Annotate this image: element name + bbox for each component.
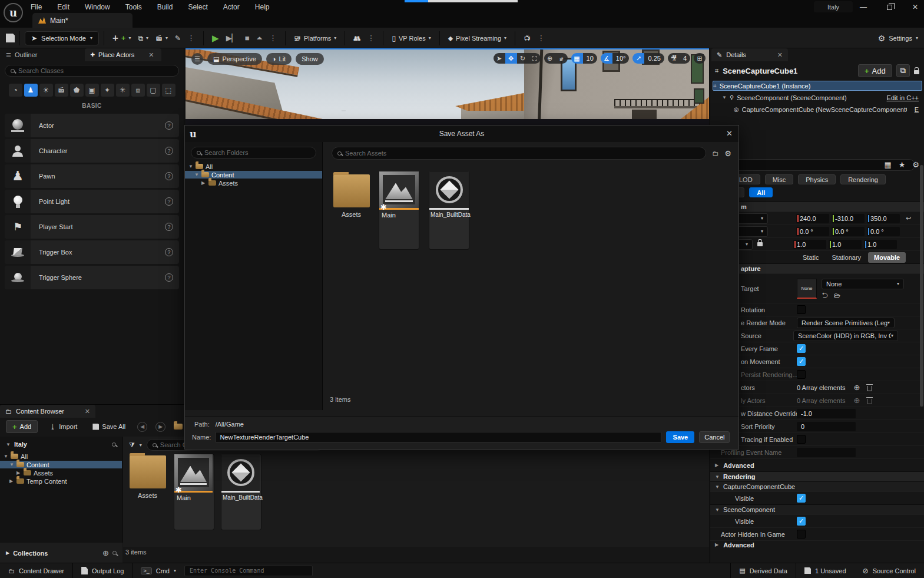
visible-checkbox[interactable]: ✓ [797,494,806,503]
section-transform[interactable]: m [710,202,924,212]
help-icon[interactable]: ? [165,223,173,231]
capture-rotation-checkbox[interactable]: ✓ [797,305,806,314]
content-drawer-button[interactable]: 🗀Content Drawer [0,563,72,578]
list-item-trigger-box[interactable]: Trigger Box ? [5,240,179,264]
list-item-player-start[interactable]: ⚑ Player Start ? [5,215,179,239]
lock-icon[interactable] [914,70,919,74]
tree-item-assets[interactable]: ▶Assets [185,179,322,187]
close-icon[interactable]: ✕ [777,51,783,59]
play-button[interactable]: ▶ [208,31,223,46]
menu-build[interactable]: Build [157,3,173,11]
platforms-dropdown[interactable]: 🖳Platforms▾ [290,31,340,46]
recently-placed-icon[interactable]: ◔ [9,84,22,97]
cinematics-button[interactable]: 🎬︎▾ [152,31,171,46]
tree-item-content[interactable]: ▼Content [0,461,122,468]
unsaved-button[interactable]: 1 Unsaved [796,563,855,578]
help-icon[interactable]: ? [165,172,173,180]
filter-icon[interactable]: ⧩ [129,441,135,449]
capture-source-dropdown[interactable]: SceneColor (HDR) in RGB, Inv Opacity▾ [793,331,898,341]
component-row-scene-component[interactable]: ▼ ⚲ SceneComponent (SceneComponent) Edit… [713,93,922,103]
geometry-category-icon[interactable]: ▢ [147,84,160,97]
source-title[interactable]: Italy [14,441,27,448]
target-thumbnail[interactable]: None [797,279,817,299]
component-row-capture-component[interactable]: ◎ CaptureComponentCube (NewSceneCaptureC… [713,104,922,114]
add-array-element-icon[interactable]: ⊕ [854,396,860,405]
tab-content-browser[interactable]: 🗀 Content Browser ✕ [0,405,95,418]
row-advanced-cut[interactable]: ▶ Advanced [710,540,924,549]
on-movement-checkbox[interactable]: ✓ [797,357,806,366]
row-advanced-collapsed[interactable]: ▶ Advanced [710,458,924,471]
add-collection-icon[interactable]: ⊕ [102,549,109,557]
viewport-options-icon[interactable]: ☰ [191,53,203,65]
edit-in-cpp-link[interactable]: Edit in C++ [887,94,919,101]
camera-speed-icon[interactable]: 🎥︎ [668,53,680,64]
favorites-star-icon[interactable]: ★ [899,160,906,169]
section-capture[interactable]: apture [710,263,924,273]
tab-physics[interactable]: Physics [798,174,836,184]
persist-rendering-checkbox[interactable]: ✓ [797,370,806,379]
component-row-root[interactable]: ⌗ SceneCaptureCube1 (Instance) [713,81,922,91]
all-classes-category-icon[interactable]: ⬚ [162,84,175,97]
details-scrollbar[interactable] [920,165,923,407]
tab-misc[interactable]: Misc [765,174,794,184]
add-button[interactable]: +Add [6,420,38,433]
tab-details[interactable]: ✎ Details ✕ [711,48,788,61]
perspective-dropdown[interactable]: ⬓Perspective [207,53,262,65]
help-icon[interactable]: ? [165,147,173,155]
save-button[interactable]: Save [666,431,694,443]
menu-edit[interactable]: Edit [57,3,69,11]
select-tool-icon[interactable]: ➤ [494,53,505,64]
tab-outliner[interactable]: ☰ Outliner [0,48,44,61]
add-array-element-icon[interactable]: ⊕ [854,383,860,392]
world-space-icon[interactable]: ⊕ [544,53,556,64]
add-actor-button[interactable]: 🞥+▾ [109,31,135,46]
vp-roles-dropdown[interactable]: ▯VP Roles▾ [388,31,434,46]
tree-item-content[interactable]: ▼Content [185,171,322,179]
camera-speed-value[interactable]: 4 [680,53,690,64]
close-icon[interactable]: ✕ [726,129,733,138]
rotation-z-field[interactable]: 0.0 ° [867,227,900,236]
level-tab-main[interactable]: Main* [32,13,133,28]
subsection-capture-component-cube[interactable]: ▼ CaptureComponentCube [710,481,924,491]
reset-to-default-icon[interactable]: ↩ [906,214,911,222]
lit-dropdown[interactable]: ◑Lit [266,53,292,65]
menu-file[interactable]: File [31,3,42,11]
tab-place-actors[interactable]: 🞦 Place Actors ✕ [85,48,161,61]
help-icon[interactable]: ? [165,248,173,256]
asset-folder-assets[interactable]: Assets [332,174,371,218]
show-dropdown[interactable]: Show [296,53,324,65]
tracing-checkbox[interactable]: ✓ [797,435,806,444]
display-grid-icon[interactable]: ▦ [884,160,891,169]
help-icon[interactable]: ? [165,197,173,206]
cinematic-category-icon[interactable]: 🎬︎ [55,84,68,97]
surface-snap-icon[interactable]: ⸙ [556,53,568,64]
output-log-button[interactable]: Output Log [73,563,132,578]
pixel-streaming-dropdown[interactable]: ⬥Pixel Streaming▾ [445,31,510,46]
menu-actor[interactable]: Actor [223,3,240,11]
skip-button[interactable]: ▶▏ [223,31,241,46]
browse-to-asset-icon[interactable]: 🗁 [834,292,840,299]
tree-item-all[interactable]: ▼All [185,163,322,170]
search-icon[interactable] [112,442,116,447]
scale-x-field[interactable]: 1.0 [793,240,826,249]
search-classes-input[interactable] [5,65,179,77]
play-overflow-icon[interactable]: ⋮ [266,34,280,42]
forward-icon[interactable]: ▶ [155,422,165,432]
tree-item-temp-content[interactable]: ▶Temp Content [0,477,122,485]
list-item-point-light[interactable]: Point Light ? [5,190,179,213]
profiling-event-name-field[interactable] [797,448,856,457]
unreal-logo-icon[interactable]: u [4,3,23,22]
tab-rendering[interactable]: Rendering [840,174,886,184]
render-mode-dropdown[interactable]: Render Scene Primitives (Legacy)▾ [797,318,895,328]
save-all-button[interactable]: Save All [89,419,129,434]
cmd-dropdown[interactable]: >_ Cmd▾ [133,563,184,578]
location-y-field[interactable]: -310.0 [832,214,865,223]
clear-array-icon[interactable] [867,386,872,391]
list-item-character[interactable]: Character ? [5,139,179,163]
tab-all[interactable]: All [749,187,773,197]
collections-footer[interactable]: ▶ Collections ⊕ [0,543,122,563]
edit-link-cut[interactable]: E [915,106,919,113]
location-z-field[interactable]: 350.0 [867,214,900,223]
lights-category-icon[interactable]: ☀ [39,84,53,97]
level-viewport[interactable]: ☰ ⬓Perspective ◑Lit Show ➤ ✥ ↻ ⛶ ⊕ ⸙ ▦ 1… [186,48,709,125]
